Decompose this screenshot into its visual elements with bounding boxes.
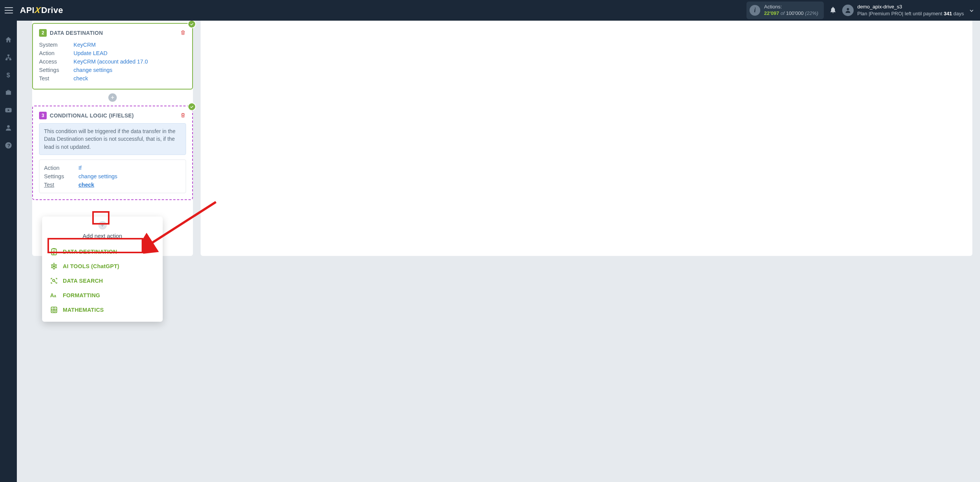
sitemap-icon[interactable] bbox=[5, 54, 12, 61]
sidenav: $ ? bbox=[0, 21, 17, 482]
add-step-button[interactable]: + bbox=[108, 93, 117, 102]
test-link[interactable]: check bbox=[74, 75, 88, 81]
help-icon[interactable]: ? bbox=[5, 142, 12, 149]
action-label: Action bbox=[39, 50, 74, 56]
actions-quota[interactable]: i Actions: 22'097 of 100'000 (22%) bbox=[746, 2, 824, 19]
user-plan: Plan |Premium PRO| left until payment 34… bbox=[858, 10, 964, 17]
actions-used: 22'097 bbox=[764, 10, 779, 16]
menu-burger[interactable] bbox=[5, 7, 13, 13]
user-menu[interactable]: demo_apix-drive_s3 Plan |Premium PRO| le… bbox=[842, 3, 975, 17]
step-number: 2 bbox=[39, 29, 47, 37]
svg-rect-3 bbox=[10, 59, 11, 60]
svg-point-7 bbox=[7, 125, 10, 128]
check-icon bbox=[188, 20, 196, 28]
add-action-popup: + Add next action DATA DESTINATION AI TO… bbox=[42, 217, 163, 322]
svg-point-0 bbox=[847, 8, 849, 10]
popup-item-label: AI TOOLS (ChatGPT) bbox=[63, 263, 119, 269]
settings-label: Settings bbox=[39, 67, 74, 73]
test-label: Test bbox=[39, 75, 74, 81]
system-link[interactable]: KeyCRM bbox=[74, 42, 96, 48]
actions-total: 100'000 bbox=[786, 10, 804, 16]
content-panel bbox=[201, 21, 972, 256]
logo-x: X bbox=[34, 5, 41, 15]
avatar-icon bbox=[842, 5, 854, 16]
bell-icon[interactable] bbox=[829, 6, 837, 15]
briefcase-icon[interactable] bbox=[5, 89, 12, 96]
svg-rect-1 bbox=[8, 55, 10, 56]
popup-item-formatting[interactable]: Aa FORMATTING bbox=[42, 288, 163, 303]
settings-link[interactable]: change settings bbox=[78, 173, 118, 179]
info-icon: i bbox=[750, 5, 760, 16]
clipboard-icon bbox=[50, 248, 58, 256]
brain-icon bbox=[50, 262, 58, 270]
plus-icon[interactable]: + bbox=[98, 221, 107, 230]
condition-info: This condition will be triggered if the … bbox=[39, 123, 186, 155]
popup-title: Add next action bbox=[42, 233, 163, 239]
step-data-destination[interactable]: 2 DATA DESTINATION SystemKeyCRM ActionUp… bbox=[32, 23, 193, 90]
svg-text:?: ? bbox=[7, 143, 10, 148]
svg-point-12 bbox=[53, 265, 55, 267]
svg-text:a: a bbox=[54, 294, 56, 298]
logo-api: API bbox=[20, 5, 34, 15]
svg-text:A: A bbox=[50, 293, 54, 299]
action-link[interactable]: If bbox=[78, 165, 82, 171]
popup-item-label: DATA SEARCH bbox=[63, 278, 103, 284]
home-icon[interactable] bbox=[5, 36, 12, 44]
text-aa-icon: Aa bbox=[50, 291, 58, 300]
test-link[interactable]: check bbox=[78, 182, 94, 188]
youtube-icon[interactable] bbox=[5, 106, 12, 114]
svg-rect-2 bbox=[6, 59, 8, 60]
popup-item-label: DATA DESTINATION bbox=[63, 249, 117, 255]
user-icon[interactable] bbox=[5, 124, 12, 132]
settings-link[interactable]: change settings bbox=[74, 67, 113, 73]
settings-label: Settings bbox=[44, 173, 78, 179]
test-label: Test bbox=[44, 182, 78, 188]
step-number: 3 bbox=[39, 112, 47, 119]
actions-of: of bbox=[781, 10, 785, 16]
canvas: 2 DATA DESTINATION SystemKeyCRM ActionUp… bbox=[17, 21, 980, 482]
actions-pct: (22%) bbox=[805, 10, 818, 16]
topbar: API X Drive i Actions: 22'097 of 100'000… bbox=[0, 0, 980, 21]
popup-item-ai-tools[interactable]: AI TOOLS (ChatGPT) bbox=[42, 259, 163, 274]
chevron-down-icon[interactable] bbox=[969, 8, 975, 15]
popup-item-mathematics[interactable]: MATHEMATICS bbox=[42, 303, 163, 317]
svg-text:$: $ bbox=[7, 72, 10, 79]
access-link[interactable]: KeyCRM (account added 17.0 bbox=[74, 59, 148, 65]
scan-search-icon bbox=[50, 277, 58, 285]
svg-point-13 bbox=[52, 279, 55, 282]
popup-item-label: MATHEMATICS bbox=[63, 307, 104, 313]
logo[interactable]: API X Drive bbox=[20, 5, 63, 15]
action-label: Action bbox=[44, 165, 78, 171]
calculator-icon bbox=[50, 306, 58, 314]
system-label: System bbox=[39, 42, 74, 48]
action-link[interactable]: Update LEAD bbox=[74, 50, 108, 56]
dollar-icon[interactable]: $ bbox=[5, 71, 12, 79]
actions-label: Actions: bbox=[764, 4, 818, 10]
popup-item-data-search[interactable]: DATA SEARCH bbox=[42, 274, 163, 288]
logo-drive: Drive bbox=[41, 5, 63, 15]
trash-icon[interactable] bbox=[180, 112, 186, 119]
step-title: CONDITIONAL LOGIC (IF/ELSE) bbox=[50, 112, 134, 119]
check-icon bbox=[188, 103, 196, 111]
user-name: demo_apix-drive_s3 bbox=[858, 3, 964, 10]
step-conditional-logic[interactable]: 3 CONDITIONAL LOGIC (IF/ELSE) This condi… bbox=[32, 106, 193, 200]
access-label: Access bbox=[39, 59, 74, 65]
step-title: DATA DESTINATION bbox=[50, 30, 103, 36]
popup-item-data-destination[interactable]: DATA DESTINATION bbox=[42, 244, 163, 259]
trash-icon[interactable] bbox=[180, 29, 186, 37]
popup-item-label: FORMATTING bbox=[63, 292, 100, 298]
